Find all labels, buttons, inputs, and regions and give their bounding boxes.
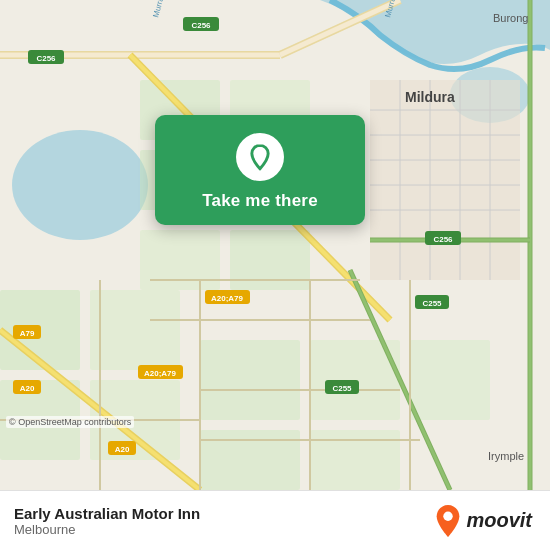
svg-text:Burong: Burong <box>493 12 528 24</box>
moovit-logo: moovit <box>434 504 532 538</box>
svg-text:A79: A79 <box>20 329 35 338</box>
location-info: Early Australian Motor Inn Melbourne <box>14 505 200 537</box>
moovit-pin-icon <box>434 504 462 538</box>
svg-rect-19 <box>410 340 490 420</box>
svg-text:A20;A79: A20;A79 <box>211 294 244 303</box>
svg-text:C255: C255 <box>332 384 352 393</box>
moovit-text: moovit <box>466 509 532 532</box>
location-city: Melbourne <box>14 522 200 537</box>
svg-text:Mildura: Mildura <box>405 89 455 105</box>
svg-point-1 <box>12 130 148 240</box>
location-pin-icon <box>236 133 284 181</box>
map-popup[interactable]: Take me there <box>155 115 365 225</box>
svg-text:C256: C256 <box>191 21 211 30</box>
svg-point-77 <box>444 511 453 520</box>
copyright-text: © OpenStreetMap contributors <box>6 416 134 428</box>
svg-rect-15 <box>200 340 300 420</box>
svg-text:Irymple: Irymple <box>488 450 524 462</box>
svg-text:C255: C255 <box>422 299 442 308</box>
svg-text:A20: A20 <box>115 445 130 454</box>
location-name: Early Australian Motor Inn <box>14 505 200 522</box>
svg-text:C256: C256 <box>433 235 453 244</box>
svg-text:A20;A79: A20;A79 <box>144 369 177 378</box>
svg-rect-12 <box>90 290 180 370</box>
svg-text:A20: A20 <box>20 384 35 393</box>
cta-button[interactable]: Take me there <box>202 191 318 211</box>
bottom-bar: Early Australian Motor Inn Melbourne moo… <box>0 490 550 550</box>
map-container: C256 C256 C256 C255 C255 A20;A79 A20;A79… <box>0 0 550 490</box>
svg-text:C256: C256 <box>36 54 56 63</box>
